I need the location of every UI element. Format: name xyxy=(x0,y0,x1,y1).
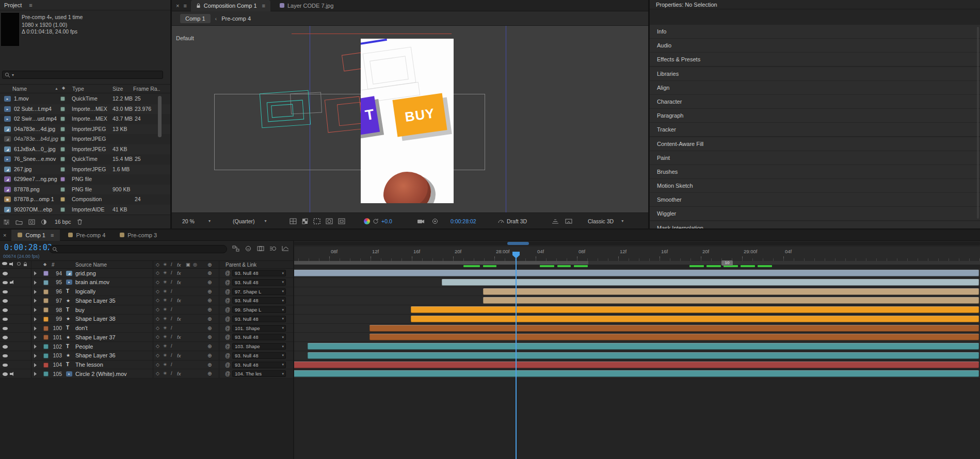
navigator-thumb[interactable] xyxy=(507,242,529,245)
panel-item-align[interactable]: Align xyxy=(650,81,980,94)
current-time-display[interactable]: 0:00:28:02 xyxy=(4,243,52,252)
expand-triangle-icon[interactable] xyxy=(34,326,37,331)
panel-item-brushes[interactable]: Brushes xyxy=(650,165,980,178)
layer-track[interactable] xyxy=(293,278,980,287)
brain-image-layer[interactable] xyxy=(383,172,431,203)
visibility-eye-icon[interactable] xyxy=(3,372,8,376)
parent-link-dropdown[interactable]: 93. Null 48▾ xyxy=(232,270,286,276)
viewer-timecode[interactable]: 0:00:28:02 xyxy=(451,213,476,229)
layer-duration-bar[interactable] xyxy=(369,325,979,332)
shy-switch[interactable]: ◇ xyxy=(156,280,159,285)
three-d-switch[interactable]: ⊕ xyxy=(207,334,212,340)
timeline-search-input[interactable] xyxy=(49,245,227,253)
shy-switch[interactable]: ◇ xyxy=(156,343,159,349)
layer-track[interactable] xyxy=(293,342,980,351)
parent-link-dropdown[interactable]: 101. Shape▾ xyxy=(232,325,286,332)
column-number[interactable]: # xyxy=(52,262,55,268)
visibility-eye-icon[interactable] xyxy=(3,354,8,358)
layer-label-chip[interactable] xyxy=(43,353,49,358)
shy-switch[interactable]: ◇ xyxy=(156,316,159,321)
project-row[interactable]: ▸02 Subt…t.mp4Importe…MEX43.0 MB23.976 xyxy=(0,104,170,114)
properties-header[interactable]: Properties: No Selection xyxy=(650,0,980,9)
panel-item-tracker[interactable]: Tracker xyxy=(650,123,980,136)
layer-name[interactable]: The lesson xyxy=(75,362,103,368)
layer-track[interactable] xyxy=(293,324,980,333)
layer-label-chip[interactable] xyxy=(43,317,49,322)
delete-icon[interactable] xyxy=(77,219,83,225)
expand-triangle-icon[interactable] xyxy=(34,354,37,358)
visibility-eye-icon[interactable] xyxy=(3,327,8,331)
label-chip[interactable] xyxy=(60,177,65,182)
column-source-name[interactable]: Source Name xyxy=(75,262,107,268)
project-item-name[interactable]: 87878.png xyxy=(14,186,58,192)
project-scrollbar[interactable] xyxy=(158,96,162,137)
label-chip[interactable] xyxy=(60,107,65,111)
quality-switch[interactable]: / xyxy=(171,289,172,294)
three-d-switch[interactable]: ⊕ xyxy=(207,362,212,368)
column-type[interactable]: Type xyxy=(72,86,84,92)
time-ruler[interactable]: 08f12f16f20f28:00f04f08f12f16f20f29:00f0… xyxy=(294,247,980,261)
layer-row[interactable]: 101★Shape Layer 37◇✳/fx⊕@93. Null 48▾ xyxy=(0,333,980,342)
audio-speaker-icon[interactable] xyxy=(10,280,15,285)
mask-visibility-icon[interactable] xyxy=(326,218,333,224)
panel-item-character[interactable]: Character xyxy=(650,95,980,108)
footage-name[interactable]: Pre-comp 4 xyxy=(22,14,50,20)
three-d-switch[interactable]: ⊕ xyxy=(207,325,212,331)
layer-duration-bar[interactable] xyxy=(293,362,979,368)
pick-whip-icon[interactable]: @ xyxy=(225,353,230,358)
transparency-grid-icon[interactable] xyxy=(302,218,308,224)
layer-duration-bar[interactable] xyxy=(293,270,979,276)
collapse-switch[interactable]: ✳ xyxy=(163,371,167,376)
pick-whip-icon[interactable]: @ xyxy=(225,270,230,276)
column-framerate[interactable]: Frame Ra.. xyxy=(133,86,160,92)
parent-link-dropdown[interactable]: 93. Null 48▾ xyxy=(232,316,286,322)
layer-name[interactable]: Shape Layer 37 xyxy=(75,334,116,340)
label-chip[interactable] xyxy=(60,157,65,161)
choose-grid-options-icon[interactable] xyxy=(290,218,297,224)
shy-switch[interactable]: ◇ xyxy=(156,325,159,331)
zoom-dropdown[interactable]: 20 % ▾ xyxy=(182,213,211,229)
layer-duration-bar[interactable] xyxy=(483,297,979,304)
expand-triangle-icon[interactable] xyxy=(34,299,37,303)
work-area-track[interactable] xyxy=(294,261,980,265)
panel-menu-icon[interactable]: ≡ xyxy=(51,232,54,238)
solo-column-icon[interactable] xyxy=(17,262,21,266)
collapse-switch[interactable]: ✳ xyxy=(163,298,167,303)
parent-link-dropdown[interactable]: 93. Null 48▾ xyxy=(232,279,286,286)
draft-3d-toggle[interactable]: Draft 3D xyxy=(498,213,527,229)
label-chip[interactable] xyxy=(60,187,65,192)
extended-viewer-icon[interactable] xyxy=(565,219,572,224)
effects-switch-icon[interactable]: fx xyxy=(177,262,181,268)
pick-whip-icon[interactable]: @ xyxy=(225,316,230,322)
label-chip[interactable] xyxy=(60,127,65,132)
shy-switch[interactable]: ◇ xyxy=(156,270,159,275)
tab-layer-code-7[interactable]: Layer CODE 7.jpg xyxy=(275,0,339,11)
project-item-name[interactable]: 02 Subt…t.mp4 xyxy=(14,106,58,112)
quality-switch[interactable]: / xyxy=(171,343,172,349)
three-d-switch[interactable]: ⊕ xyxy=(207,343,212,349)
visibility-eye-icon[interactable] xyxy=(3,336,8,339)
shy-switch[interactable]: ◇ xyxy=(156,307,159,312)
timeline-navigator[interactable] xyxy=(294,242,980,245)
layer-name[interactable]: logically xyxy=(75,288,95,294)
project-item-name[interactable]: 04a783e…b4d.jpg xyxy=(14,136,58,142)
audio-speaker-icon[interactable] xyxy=(10,372,15,376)
layer-duration-bar[interactable] xyxy=(411,306,979,313)
expand-triangle-icon[interactable] xyxy=(34,271,37,275)
collapse-switch[interactable]: ✳ xyxy=(163,289,167,294)
timeline-empty-area[interactable] xyxy=(0,379,980,459)
shy-switch[interactable]: ◇ xyxy=(156,353,159,358)
composition-marker[interactable]: 10 xyxy=(721,260,733,266)
layer-label-chip[interactable] xyxy=(43,307,49,313)
pick-whip-icon[interactable]: @ xyxy=(225,280,230,285)
quality-switch[interactable]: / xyxy=(171,316,172,321)
panel-item-info[interactable]: Info xyxy=(650,25,980,38)
quality-switch[interactable]: / xyxy=(171,280,172,285)
layer-label-chip[interactable] xyxy=(43,280,49,285)
expand-triangle-icon[interactable] xyxy=(34,372,37,376)
guide-options-icon[interactable] xyxy=(338,218,345,224)
pick-whip-icon[interactable]: @ xyxy=(225,362,230,368)
three-d-switch[interactable]: ⊕ xyxy=(207,289,212,294)
three-d-switch-icon[interactable]: ⊕ xyxy=(207,262,212,268)
renderer-dropdown[interactable]: Classic 3D ▾ xyxy=(588,213,623,229)
